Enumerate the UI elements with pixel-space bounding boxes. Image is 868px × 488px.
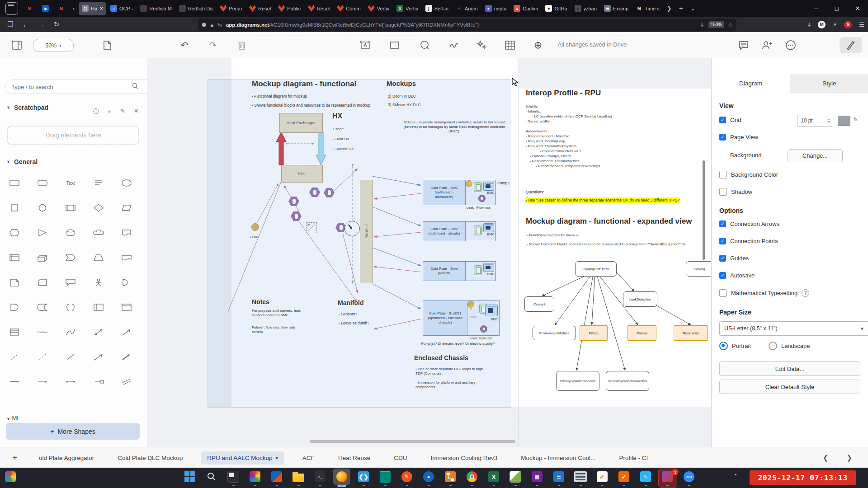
page-tab[interactable]: ACF [302,455,315,461]
shape-diamond[interactable] [88,199,109,216]
expanded-bullet-1[interactable]: - Functional diagram for mockup [527,233,579,237]
shield-icon[interactable]: ⬢ [202,22,206,28]
more-shapes-button[interactable]: +More Shapes [6,423,140,440]
taskbar-clock[interactable]: 2025-12-17 07:13:13 [750,470,856,485]
browser-tab[interactable]: ▼Anom [453,2,481,15]
shape-ellipse[interactable] [116,174,137,192]
taskbar-excel-icon[interactable]: X [487,470,500,483]
shape-bidirectional-arrow[interactable] [88,324,109,341]
shape-horizontal-arrow[interactable] [32,373,53,390]
browser-tab[interactable]: ≡OCP - [107,2,136,15]
change-background-button[interactable]: Change... [788,149,843,162]
tree-node-leak[interactable]: LeakDetection [623,291,657,307]
tree-node-env[interactable]: EnvironmentMetrics [533,326,576,340]
tree-node-pcc[interactable]: PrimaryCoolantConnectors [556,371,599,391]
scratchpad-close-icon[interactable]: ✕ [134,108,139,114]
mockups-item-1[interactable]: 2) Door HX DLC [388,94,416,99]
scratchpad-help-icon[interactable]: ⓘ [93,108,99,116]
shape-card[interactable] [32,274,53,291]
tree-node-reservoirs[interactable]: Reservoirs [674,325,708,341]
browser-tab[interactable]: Public [275,2,304,15]
tree-node-root[interactable]: CoolingUnit: RPU [575,261,617,277]
browser-tab[interactable]: M [54,2,69,15]
portrait-radio[interactable] [719,342,728,350]
enclosed-item-2[interactable]: - Immersion for platform and ancillary c… [415,380,490,389]
taskbar-chart-icon[interactable]: ∿ [639,470,652,483]
checked-checkbox[interactable]: ✓ [719,134,726,141]
extension-m-icon[interactable]: M [818,21,826,28]
tree-node-coolant[interactable]: Coolant [524,296,554,312]
canvas-horizontal-scrollbar[interactable] [310,440,515,443]
tab-scroll-right-icon[interactable]: ❯ [667,5,672,12]
ellipse-tool-icon[interactable] [418,38,432,52]
taskbar-zoom-icon[interactable]: zm [682,470,696,483]
shape-rectangle[interactable] [4,174,25,192]
shape-callout[interactable] [60,274,81,291]
checked-checkbox[interactable]: ✓ [719,255,726,262]
pages-scroll-left-icon[interactable]: ❮ [823,454,829,462]
browser-tab[interactable]: Resol [246,2,274,15]
browser-tab[interactable]: Resol [305,2,333,15]
taskbar-windows-icon[interactable] [183,470,197,483]
unchecked-checkbox[interactable] [719,188,727,196]
shape-parallelogram[interactable] [116,199,137,216]
manifold-title[interactable]: Manifold [338,299,364,306]
browser-tab[interactable]: ʃSelf-in [422,2,452,15]
shape-actor[interactable] [88,274,109,291]
browser-tab[interactable]: Redfish M [137,2,175,15]
sketch-tools-button[interactable] [840,37,862,53]
highlighted-question[interactable]: - Use "use cases" to define the three se… [525,198,680,202]
pump-label[interactable]: Pump? [497,181,509,185]
shape-horizontal-container[interactable] [88,299,109,316]
downloads-icon[interactable]: ⤓ [808,21,811,28]
page-tab[interactable]: RPU and AALC Mockup▾ [201,451,284,465]
shape-square[interactable] [4,199,25,216]
taskbar-check1-icon[interactable]: ✓ [595,470,609,483]
shape-vertical-container[interactable] [116,299,137,316]
shape-curve[interactable] [60,324,81,341]
more-options-icon[interactable] [784,38,797,52]
search-input[interactable] [5,80,154,94]
scratchpad-add-icon[interactable]: + [107,108,111,115]
mockups-item-2[interactable]: 3) Sidecar HX DLC [388,103,420,107]
shape-and[interactable] [4,299,25,316]
checked-checkbox[interactable]: ✓ [719,221,726,227]
shape-document[interactable] [116,224,137,241]
tree-node-cooling2[interactable]: Cooling [686,261,711,277]
shape-or[interactable] [116,274,137,291]
hx-lines[interactable]: Either: - Door HX - Sidecar HX [333,127,354,151]
p1-bullet-1[interactable]: - Functional diagram for mockup [252,94,307,99]
window-minimize-button[interactable]: – [806,0,826,17]
tree-node-filters[interactable]: Filters [580,325,608,341]
manifold-item-2[interactable]: - Leave as dumb? [339,321,369,325]
taskbar-chrome-icon[interactable] [465,470,479,483]
heat-exchanger-node[interactable]: Heat Exchanger [279,113,323,133]
notes-line-1[interactable]: For purpose-built servers, leak sensors … [252,309,306,318]
pressure-node[interactable]: P [306,222,317,233]
taskbar-purple-app-icon[interactable]: ▩ [530,470,544,483]
shape-connector-dot[interactable] [60,373,81,390]
bookmark-star-icon[interactable]: ☆ [728,22,733,28]
diagram-canvas[interactable]: Mockup diagram - functional - Functional… [147,58,711,447]
rectangle-tool-icon[interactable] [388,38,401,52]
shape-hexagon[interactable] [4,224,25,241]
taskbar-teal-db-icon[interactable] [378,470,392,483]
page-tab[interactable]: Cold Plate DLC Mockup [118,455,183,461]
redo-icon[interactable]: ↷ [206,38,220,52]
taskbar-mail-icon[interactable] [270,470,283,483]
shape-cylinder[interactable] [60,224,81,241]
save-page-icon[interactable]: ⇩ [700,22,705,28]
undo-icon[interactable]: ↶ [178,38,191,52]
notes-title[interactable]: Notes [252,298,269,305]
cold-plate-node[interactable]: Cold Plate - Srv1 (optimized - advanced*… [423,180,496,205]
tree-node-pumps[interactable]: Pumps [627,325,656,341]
back-button[interactable]: ← [18,21,33,28]
edit-data-button[interactable]: Edit Data... [719,361,860,376]
tab-list-dropdown-icon[interactable]: ⌄ [690,5,695,12]
shape-data-storage[interactable] [32,299,53,316]
taskbar-orange-pen-icon[interactable]: ✎ [400,470,414,483]
browser-tab[interactable]: ●neptu [482,2,510,15]
sidecar-note[interactable]: Sidecar - separate management controller… [398,120,511,134]
collapse-caret-icon[interactable]: ▼ [6,105,10,110]
cold-plate-node[interactable]: Cold Plate - SrvEC1 (optimized - enclose… [423,300,500,336]
